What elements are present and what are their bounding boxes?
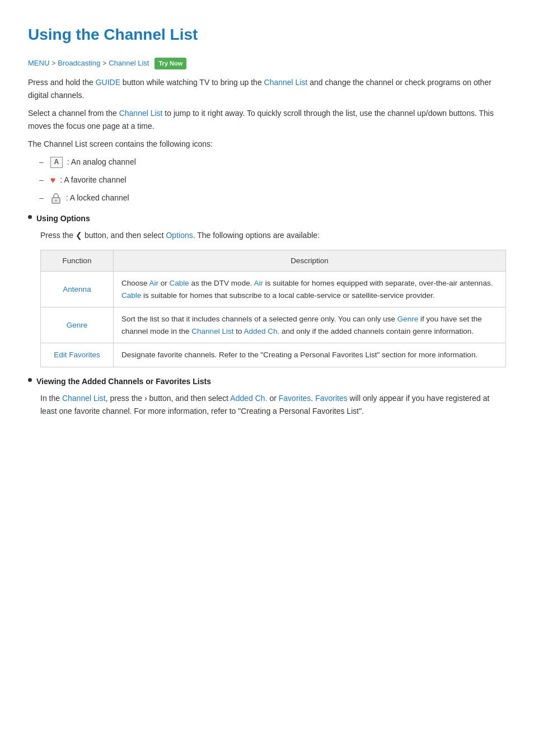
viewing-header: Viewing the Added Channels or Favorites …: [28, 375, 506, 388]
using-options-header: Using Options: [28, 212, 506, 225]
bullet-dot-2: [28, 378, 32, 382]
genre-link[interactable]: Genre: [67, 321, 88, 329]
added-ch-link-1[interactable]: Added Ch.: [243, 327, 279, 335]
table-row: Antenna Choose Air or Cable as the DTV m…: [41, 272, 506, 307]
chevron-left-icon: ❮: [76, 231, 82, 240]
table-cell-antenna-function: Antenna: [41, 272, 114, 307]
table-header-description: Description: [114, 250, 506, 272]
breadcrumb-channel-list[interactable]: Channel List: [109, 58, 149, 69]
channel-list-link-1[interactable]: Channel List: [264, 78, 308, 87]
paragraph-2: Select a channel from the Channel List t…: [28, 107, 506, 132]
table-header-row: Function Description: [41, 250, 506, 272]
antenna-link[interactable]: Antenna: [63, 285, 91, 293]
genre-link-2[interactable]: Genre: [397, 315, 419, 323]
breadcrumb-sep-2: >: [102, 58, 106, 69]
table-cell-genre-description: Sort the list so that it includes channe…: [114, 307, 506, 343]
edit-favorites-link[interactable]: Edit Favorites: [54, 351, 100, 359]
svg-point-1: [55, 199, 57, 201]
viewing-title: Viewing the Added Channels or Favorites …: [36, 375, 211, 388]
breadcrumb-broadcasting[interactable]: Broadcasting: [58, 58, 100, 69]
dash-3: –: [39, 192, 44, 204]
analog-label: : An analog channel: [67, 156, 136, 168]
viewing-description: In the Channel List, press the › button,…: [40, 392, 506, 417]
viewing-content: In the Channel List, press the › button,…: [40, 392, 506, 417]
guide-link[interactable]: GUIDE: [96, 78, 120, 87]
options-link[interactable]: Options: [166, 231, 193, 240]
channel-list-link-3[interactable]: Channel List: [191, 327, 233, 335]
dash-1: –: [39, 156, 44, 168]
table-cell-antenna-description: Choose Air or Cable as the DTV mode. Air…: [114, 272, 506, 307]
options-table: Function Description Antenna Choose Air …: [40, 250, 506, 368]
cable-link-1[interactable]: Cable: [170, 279, 189, 287]
breadcrumb-menu[interactable]: MENU: [28, 58, 49, 69]
icons-list: – A : An analog channel – ♥ : A favorite…: [39, 156, 506, 204]
breadcrumb-sep-1: >: [51, 58, 55, 69]
table-cell-editfav-description: Designate favorite channels. Refer to th…: [114, 343, 506, 367]
lock-icon: [50, 193, 62, 204]
try-now-badge[interactable]: Try Now: [154, 58, 186, 70]
added-ch-link-2[interactable]: Added Ch.: [230, 394, 267, 403]
using-options-content: Press the ❮ button, and then select Opti…: [40, 229, 506, 367]
chevron-right-icon: ›: [144, 394, 147, 403]
icon-item-analog: – A : An analog channel: [39, 156, 506, 168]
table-cell-genre-function: Genre: [41, 307, 114, 343]
cable-link-2[interactable]: Cable: [121, 291, 141, 300]
paragraph-3: The Channel List screen contains the fol…: [28, 138, 506, 150]
paragraph-1: Press and hold the GUIDE button while wa…: [28, 76, 506, 101]
bullet-dot-1: [28, 215, 32, 219]
table-header-function: Function: [41, 250, 114, 272]
page-title: Using the Channel List: [28, 22, 506, 48]
table-row: Edit Favorites Designate favorite channe…: [41, 343, 506, 367]
dash-2: –: [39, 174, 44, 186]
favorites-link-2[interactable]: Favorites: [315, 394, 348, 403]
analog-icon: A: [50, 157, 63, 168]
table-cell-editfav-function: Edit Favorites: [41, 343, 114, 367]
icon-item-locked: – : A locked channel: [39, 192, 506, 204]
favorites-link-1[interactable]: Favorites: [279, 394, 311, 403]
using-options-description: Press the ❮ button, and then select Opti…: [40, 229, 506, 241]
icon-item-favorite: – ♥ : A favorite channel: [39, 173, 506, 188]
using-options-title: Using Options: [36, 212, 90, 225]
breadcrumb: MENU > Broadcasting > Channel List Try N…: [28, 58, 506, 70]
air-link-1[interactable]: Air: [149, 279, 159, 287]
viewing-section: Viewing the Added Channels or Favorites …: [28, 375, 506, 417]
channel-list-link-2[interactable]: Channel List: [119, 109, 163, 118]
heart-icon: ♥: [50, 173, 56, 188]
locked-label: : A locked channel: [66, 192, 129, 204]
air-link-2[interactable]: Air: [254, 279, 263, 287]
table-row: Genre Sort the list so that it includes …: [41, 307, 506, 343]
favorite-label: : A favorite channel: [60, 174, 126, 186]
using-options-section: Using Options Press the ❮ button, and th…: [28, 212, 506, 367]
channel-list-link-4[interactable]: Channel List: [62, 394, 106, 403]
